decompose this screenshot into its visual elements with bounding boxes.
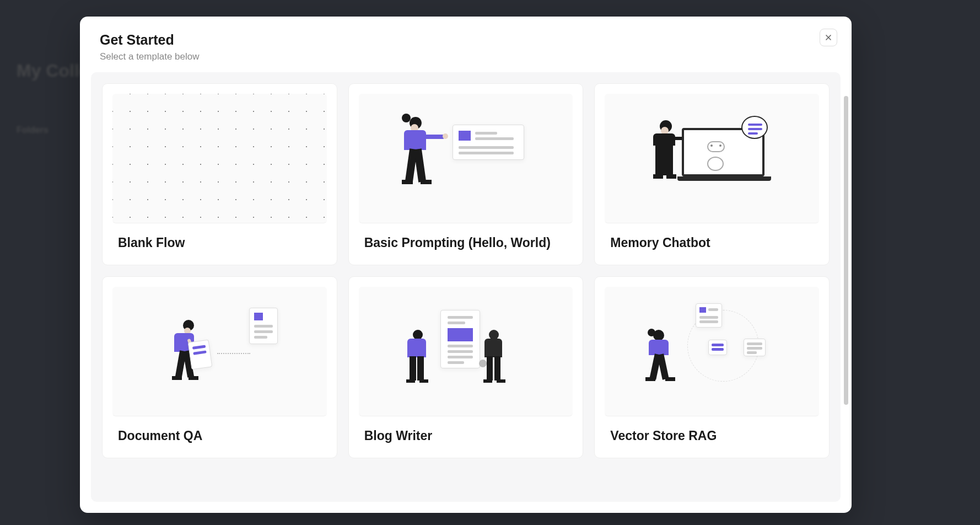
modal-subtitle: Select a template below [100, 51, 832, 62]
template-card-memory-chatbot[interactable]: Memory Chatbot [594, 83, 830, 265]
template-grid: Blank Flow [102, 83, 830, 458]
card-label: Memory Chatbot [595, 223, 829, 265]
card-illustration [112, 94, 327, 223]
card-illustration [112, 287, 327, 416]
dot-grid-illustration [112, 94, 327, 223]
template-card-blank-flow[interactable]: Blank Flow [102, 83, 337, 265]
card-label: Blog Writer [349, 416, 583, 458]
card-illustration [605, 287, 819, 416]
card-illustration [359, 287, 573, 416]
card-label: Blank Flow [103, 223, 337, 265]
template-card-document-qa[interactable]: Document QA [102, 276, 337, 458]
modal-body: Blank Flow [91, 72, 841, 502]
card-label: Vector Store RAG [595, 416, 829, 458]
card-illustration [359, 94, 573, 223]
card-label: Document QA [103, 416, 337, 458]
modal-title: Get Started [100, 32, 832, 48]
template-card-basic-prompting[interactable]: Basic Prompting (Hello, World) [348, 83, 584, 265]
get-started-modal: Get Started Select a template below Blan… [80, 17, 852, 513]
template-card-blog-writer[interactable]: Blog Writer [348, 276, 584, 458]
scrollbar-thumb[interactable] [844, 96, 848, 405]
close-button[interactable] [820, 29, 837, 46]
template-card-vector-store-rag[interactable]: Vector Store RAG [594, 276, 830, 458]
modal-header: Get Started Select a template below [80, 17, 852, 72]
card-illustration [605, 94, 819, 223]
card-label: Basic Prompting (Hello, World) [349, 223, 583, 265]
close-icon [824, 33, 833, 42]
